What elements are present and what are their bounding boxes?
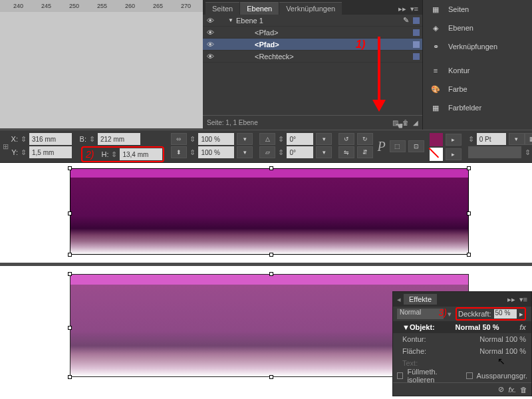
- dropdown-icon[interactable]: ▾: [237, 146, 253, 158]
- flip-h-icon[interactable]: ⇋: [338, 146, 354, 158]
- tab-pages[interactable]: Seiten: [205, 2, 239, 15]
- stroke-swatch[interactable]: [430, 148, 443, 161]
- shear-icon[interactable]: ▱: [259, 146, 275, 158]
- dock-pages[interactable]: ▦Seiten: [423, 0, 532, 19]
- trash-icon[interactable]: 🗑: [520, 386, 527, 394]
- collapse-icon[interactable]: ▸▸: [507, 295, 515, 304]
- annotation-2-box: 2)H:⇕13,4 mm: [81, 146, 164, 162]
- fx-button[interactable]: fx.: [508, 386, 516, 394]
- ruler-horizontal: 240 245 250 255 260 265 270: [0, 0, 203, 12]
- layers-panel: Seiten Ebenen Verknüpfungen ▸▸ ▾≡ 👁 ▼ Eb…: [203, 0, 422, 130]
- w-field[interactable]: 212 mm: [98, 133, 140, 145]
- scale-x-field[interactable]: 100 %: [198, 133, 234, 145]
- isolate-checkbox[interactable]: [397, 372, 403, 379]
- pencil-icon[interactable]: ✎: [403, 16, 409, 25]
- scale-x-icon[interactable]: ⬄: [171, 133, 187, 145]
- dock-links[interactable]: ⚭Verknüpfungen: [423, 37, 532, 56]
- visibility-icon[interactable]: 👁: [205, 52, 215, 61]
- y-arrows-icon[interactable]: ⇕: [21, 148, 27, 157]
- select-content-icon[interactable]: ⊡: [408, 140, 424, 152]
- effects-row-object[interactable]: ▼ Objekt:Normal 50 %fx: [393, 321, 531, 333]
- panel-resize-icon[interactable]: ◢: [413, 119, 418, 126]
- page-status-label: Seite: 1, 1 Ebene: [207, 119, 258, 126]
- fill-dropdown-icon[interactable]: ▸: [446, 134, 462, 146]
- dock-swatches[interactable]: ▦Farbfelder: [423, 98, 532, 117]
- effects-icon[interactable]: ▦: [525, 133, 532, 145]
- dock-layers[interactable]: ◈Ebenen: [423, 19, 532, 37]
- visibility-icon[interactable]: 👁: [205, 40, 215, 49]
- selected-artwork[interactable]: [70, 168, 469, 255]
- stroke-dropdown-icon[interactable]: ▸: [446, 148, 462, 160]
- tab-layers[interactable]: Ebenen: [240, 2, 279, 15]
- layers-icon: ◈: [430, 23, 442, 33]
- stroke-icon: ≡: [430, 66, 442, 75]
- layer-item[interactable]: 👁 <Rechteck>: [203, 51, 422, 63]
- flip-v-icon[interactable]: ⇵: [357, 146, 373, 158]
- effects-panel: ◂ Effekte ▸▸ ▾≡ Normal ▾ Deckkraft: 50 %…: [392, 291, 532, 396]
- reference-point-icon[interactable]: ⊞: [3, 133, 9, 160]
- stroke-style-dropdown[interactable]: [468, 146, 521, 158]
- collapse-icon[interactable]: ▸▸: [398, 5, 406, 13]
- visibility-icon[interactable]: 👁: [205, 28, 215, 37]
- selection-chip[interactable]: [413, 41, 420, 48]
- layer-list: 👁 ▼ Ebene 1 ✎ 👁 <Pfad> 👁 <Pfad> 👁 <Recht…: [203, 15, 422, 63]
- select-container-icon[interactable]: ⬚: [390, 140, 406, 152]
- dock-stroke[interactable]: ≡Kontur: [423, 61, 532, 80]
- stroke-weight-field[interactable]: 0 Pt: [477, 133, 506, 145]
- fill-swatch[interactable]: [430, 133, 443, 146]
- effects-row-fill[interactable]: Fläche:Normal 100 %: [393, 345, 531, 357]
- effects-row-stroke[interactable]: Kontur:Normal 100 %: [393, 333, 531, 345]
- selection-chip[interactable]: [413, 53, 420, 60]
- opacity-slider-icon[interactable]: ▸: [519, 310, 523, 319]
- paragraph-style-icon[interactable]: P: [377, 139, 385, 154]
- dock-color[interactable]: 🎨Farbe: [423, 80, 532, 98]
- annotation-1: 1): [356, 39, 365, 51]
- panel-tabs: Seiten Ebenen Verknüpfungen ▸▸ ▾≡: [203, 0, 422, 15]
- knockout-label: Aussparungsgr.: [477, 372, 527, 380]
- document-canvas-empty[interactable]: [0, 12, 203, 128]
- color-icon: 🎨: [430, 84, 442, 94]
- tab-effects[interactable]: Effekte: [404, 294, 437, 305]
- annotation-3-box: Deckkraft: 50 % ▸: [456, 307, 526, 321]
- new-sublayer-button[interactable]: ▧☚: [392, 119, 398, 126]
- document-view-top[interactable]: [0, 163, 532, 263]
- opacity-field[interactable]: 50 %: [494, 309, 517, 319]
- isolate-label: Füllmeth. isolieren: [407, 368, 462, 384]
- x-arrows-icon[interactable]: ⇕: [21, 135, 27, 144]
- visibility-icon[interactable]: 👁: [205, 16, 215, 25]
- layer-item-selected[interactable]: 👁 <Pfad>: [203, 39, 422, 51]
- rotate-field[interactable]: 0°: [287, 133, 313, 145]
- x-field[interactable]: 316 mm: [29, 133, 72, 145]
- swatches-icon: ▦: [430, 103, 442, 112]
- shear-field[interactable]: 0°: [287, 146, 313, 158]
- h-field[interactable]: 13,4 mm: [120, 148, 162, 160]
- dropdown-icon[interactable]: ▾: [237, 133, 253, 145]
- opacity-label: Deckkraft:: [458, 310, 491, 318]
- tab-links[interactable]: Verknüpfungen: [279, 2, 342, 15]
- rotate-ccw-icon[interactable]: ↺: [338, 133, 354, 145]
- scale-y-icon[interactable]: ⬍: [171, 146, 187, 158]
- selection-chip[interactable]: [413, 29, 420, 36]
- rotate-icon[interactable]: △: [259, 133, 275, 145]
- panel-menu-icon[interactable]: ▾≡: [519, 295, 527, 304]
- y-field[interactable]: 1,5 mm: [29, 146, 72, 158]
- control-bar: ⊞ X:⇕316 mm Y:⇕1,5 mm B:⇕212 mm 2)H:⇕13,…: [0, 130, 532, 163]
- cursor-icon: ↖: [497, 356, 505, 366]
- panel-dock: ▦Seiten ◈Ebenen ⚭Verknüpfungen ≡Kontur 🎨…: [422, 0, 532, 130]
- blend-mode-dropdown[interactable]: Normal: [397, 309, 444, 319]
- pages-icon: ▦: [430, 5, 442, 14]
- scale-y-field[interactable]: 100 %: [198, 146, 234, 158]
- layer-root-row[interactable]: 👁 ▼ Ebene 1 ✎: [203, 15, 422, 27]
- dropdown-icon[interactable]: ▾: [316, 133, 332, 145]
- panel-menu-icon[interactable]: ▾≡: [410, 5, 418, 13]
- links-icon: ⚭: [430, 42, 442, 51]
- annotation-3: 3): [439, 307, 447, 318]
- annotation-arrow: [372, 37, 386, 110]
- dropdown-icon[interactable]: ▾: [316, 146, 332, 158]
- dropdown-icon[interactable]: ▾: [509, 133, 525, 145]
- clear-effects-icon[interactable]: ⊘: [498, 385, 504, 394]
- knockout-checkbox[interactable]: [466, 372, 472, 379]
- rotate-cw-icon[interactable]: ↻: [357, 133, 373, 145]
- layer-item[interactable]: 👁 <Pfad>: [203, 27, 422, 39]
- layer-color-chip[interactable]: [413, 17, 420, 24]
